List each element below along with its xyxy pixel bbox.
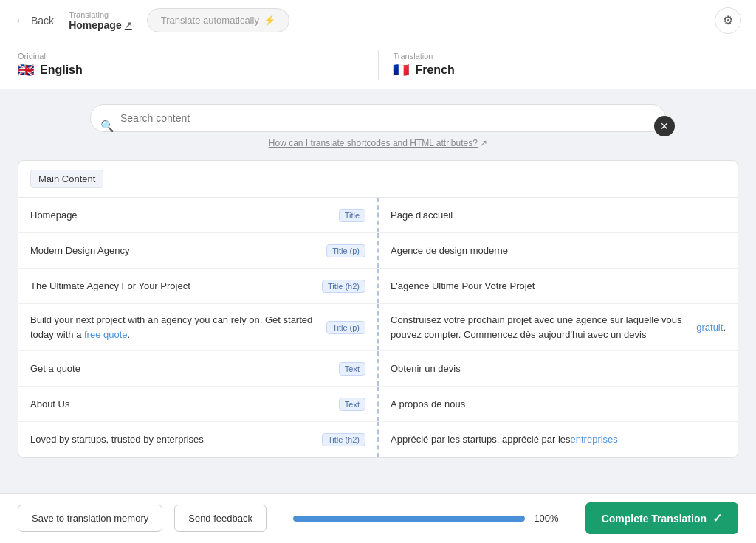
translation-lang-section: Translation 🇫🇷 French xyxy=(393,52,738,78)
page-name: Homepage xyxy=(69,19,122,31)
translate-auto-label: Translate automatically xyxy=(161,15,259,26)
original-text: Loved by startups, trusted by enterprise… xyxy=(30,432,315,447)
col-translation[interactable]: L'agence Ultime Pour Votre Projet xyxy=(379,269,738,303)
type-badge: Title (p) xyxy=(326,321,365,334)
col-translation[interactable]: Page d'accueil xyxy=(379,198,738,232)
translation-lang-value: 🇫🇷 French xyxy=(393,62,738,78)
shortcode-link-row: How can I translate shortcodes and HTML … xyxy=(90,138,666,148)
back-button[interactable]: ← Back xyxy=(15,14,54,27)
original-lang-section: Original 🇬🇧 English xyxy=(18,52,363,78)
progress-section: 100% xyxy=(293,513,559,524)
search-input[interactable] xyxy=(90,104,666,132)
translating-label: Translating xyxy=(69,10,132,19)
col-translation[interactable]: Construisez votre prochain projet avec u… xyxy=(379,304,738,350)
original-text: Build your next project with an agency y… xyxy=(30,313,319,342)
original-text: Homepage xyxy=(30,208,331,223)
type-badge: Title (p) xyxy=(326,244,365,257)
col-translation[interactable]: Obtenir un devis xyxy=(379,351,738,386)
check-icon: ✓ xyxy=(712,511,722,525)
send-feedback-button[interactable]: Send feedback xyxy=(174,505,267,532)
footer: Save to translation memory Send feedback… xyxy=(0,493,756,543)
clear-icon: ✕ xyxy=(660,120,669,132)
type-badge: Title (h2) xyxy=(322,433,365,446)
col-translation[interactable]: A propos de nous xyxy=(379,387,738,421)
original-text: Get a quote xyxy=(30,362,331,376)
save-memory-label: Save to translation memory xyxy=(32,513,148,524)
type-badge: Text xyxy=(339,362,365,376)
translate-auto-button[interactable]: Translate automatically ⚡ xyxy=(147,8,289,32)
table-row: The Ultimate Agency For Your Project Tit… xyxy=(18,269,738,304)
settings-button[interactable]: ⚙ xyxy=(715,7,741,34)
back-label: Back xyxy=(31,15,54,27)
original-text: The Ultimate Agency For Your Project xyxy=(30,279,315,294)
english-flag-icon: 🇬🇧 xyxy=(18,62,34,78)
progress-label: 100% xyxy=(534,513,558,524)
search-clear-button[interactable]: ✕ xyxy=(654,116,675,136)
header: ← Back Translating Homepage ↗ Translate … xyxy=(0,0,756,41)
table-row: About Us Text A propos de nous xyxy=(18,387,738,422)
external-link-icon: ↗ xyxy=(125,20,132,30)
type-badge: Title (h2) xyxy=(322,280,365,293)
main-area: 🔍 ✕ How can I translate shortcodes and H… xyxy=(0,89,756,493)
header-left: ← Back Translating Homepage ↗ Translate … xyxy=(15,8,289,32)
lightning-icon: ⚡ xyxy=(264,15,275,26)
table-row: Homepage Title Page d'accueil xyxy=(18,198,738,233)
complete-translation-button[interactable]: Complete Translation ✓ xyxy=(585,502,738,534)
table-row: Modern Design Agency Title (p) Agence de… xyxy=(18,233,738,269)
col-original: Loved by startups, trusted by enterprise… xyxy=(18,422,377,457)
content-card: Main Content Homepage Title Page d'accue… xyxy=(18,160,738,458)
lang-bar: Original 🇬🇧 English Translation 🇫🇷 Frenc… xyxy=(0,41,756,89)
type-badge: Title xyxy=(339,209,365,222)
col-original: Build your next project with an agency y… xyxy=(18,304,377,350)
translating-page[interactable]: Homepage ↗ xyxy=(69,19,132,31)
table-row: Build your next project with an agency y… xyxy=(18,304,738,351)
complete-label: Complete Translation xyxy=(602,513,707,525)
col-original: About Us Text xyxy=(18,387,377,421)
translating-section: Translating Homepage ↗ xyxy=(69,10,132,31)
send-feedback-label: Send feedback xyxy=(188,513,252,524)
table-row: Get a quote Text Obtenir un devis xyxy=(18,351,738,387)
col-original: Modern Design Agency Title (p) xyxy=(18,233,377,268)
translation-label: Translation xyxy=(393,52,738,60)
settings-icon: ⚙ xyxy=(723,13,733,27)
original-text: Modern Design Agency xyxy=(30,243,319,258)
original-label: Original xyxy=(18,52,363,60)
search-container: 🔍 ✕ How can I translate shortcodes and H… xyxy=(90,104,666,148)
progress-bar xyxy=(293,516,525,522)
col-translation[interactable]: Apprécié par les startups, apprécié par … xyxy=(379,422,738,457)
content-card-header: Main Content xyxy=(18,161,738,198)
progress-bar-fill xyxy=(293,516,525,522)
shortcode-link[interactable]: How can I translate shortcodes and HTML … xyxy=(269,138,478,148)
original-lang-name: English xyxy=(40,63,83,77)
original-text: About Us xyxy=(30,397,331,412)
col-original: Get a quote Text xyxy=(18,351,377,386)
col-original: The Ultimate Agency For Your Project Tit… xyxy=(18,269,377,303)
original-lang-value: 🇬🇧 English xyxy=(18,62,363,78)
type-badge: Text xyxy=(339,398,365,411)
search-icon: 🔍 xyxy=(100,120,114,133)
col-original: Homepage Title xyxy=(18,198,377,232)
french-flag-icon: 🇫🇷 xyxy=(393,62,409,78)
back-arrow-icon: ← xyxy=(15,14,27,27)
lang-divider xyxy=(378,50,379,80)
section-badge: Main Content xyxy=(30,170,103,188)
translation-lang-name: French xyxy=(415,63,454,77)
table-row: Loved by startups, trusted by enterprise… xyxy=(18,422,738,457)
external-icon: ↗ xyxy=(480,138,487,148)
save-memory-button[interactable]: Save to translation memory xyxy=(18,505,162,532)
col-translation[interactable]: Agence de design moderne xyxy=(379,233,738,268)
